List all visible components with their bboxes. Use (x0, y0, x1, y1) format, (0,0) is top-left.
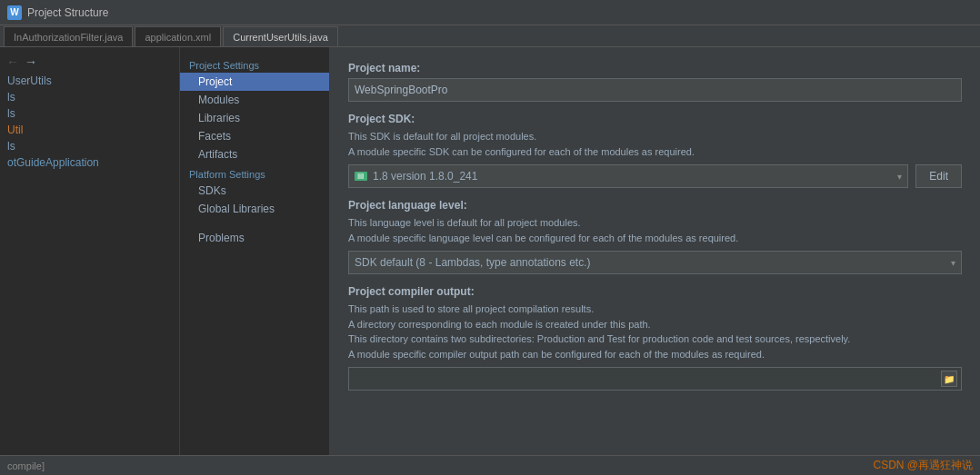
ps-nav-project[interactable]: Project (180, 73, 329, 91)
language-option-text: SDK default (8 - Lambdas, type annotatio… (355, 256, 590, 269)
tab-label: InAuthorizationFilter.java (14, 32, 123, 43)
sdk-icon: ▤ (355, 172, 367, 181)
tab-label: CurrentUserUtils.java (233, 32, 328, 43)
ps-nav-problems[interactable]: Problems (180, 229, 329, 247)
tab-current-user-utils[interactable]: CurrentUserUtils.java (223, 26, 338, 46)
ps-nav: Project Settings Project Modules Librari… (180, 47, 330, 455)
tab-application-xml[interactable]: application.xml (135, 26, 221, 46)
forward-button[interactable]: → (24, 54, 38, 69)
window-title: Project Structure (27, 6, 108, 19)
file-item-guide-app[interactable]: otGuideApplication (0, 154, 179, 171)
app-icon-label: W (10, 7, 18, 17)
ps-nav-facets[interactable]: Facets (180, 127, 329, 145)
language-level-dropdown[interactable]: SDK default (8 - Lambdas, type annotatio… (348, 251, 962, 274)
project-language-desc: This language level is default for all p… (348, 215, 962, 245)
ps-nav-global-libraries[interactable]: Global Libraries (180, 200, 329, 218)
project-compiler-desc: This path is used to store all project c… (348, 302, 962, 361)
file-sidebar: ← → UserUtils ls ls Util ls otGuideAppli… (0, 47, 180, 455)
status-left-text: compile] (7, 460, 45, 471)
ps-nav-modules[interactable]: Modules (180, 91, 329, 109)
sdk-dropdown[interactable]: ▤ 1.8 version 1.8.0_241 ▾ (348, 164, 908, 188)
ps-content: Project name: Project SDK: This SDK is d… (330, 47, 980, 455)
main-layout: ← → UserUtils ls ls Util ls otGuideAppli… (0, 47, 980, 455)
compiler-output-folder-button[interactable]: 📁 (941, 371, 957, 387)
ps-nav-artifacts[interactable]: Artifacts (180, 145, 329, 163)
tab-bar: InAuthorizationFilter.java application.x… (0, 25, 980, 47)
ps-nav-sdks[interactable]: SDKs (180, 182, 329, 200)
csdn-watermark: CSDN @再遇狂神说 (873, 458, 973, 473)
ps-nav-libraries[interactable]: Libraries (180, 109, 329, 127)
project-sdk-desc: This SDK is default for all project modu… (348, 129, 962, 159)
edit-sdk-button[interactable]: Edit (915, 164, 962, 188)
sdk-version-text: 1.8 version 1.8.0_241 (373, 170, 477, 183)
sdk-select-text: ▤ 1.8 version 1.8.0_241 (355, 170, 477, 183)
sdk-row: ▤ 1.8 version 1.8.0_241 ▾ Edit (348, 164, 962, 188)
project-name-label: Project name: (348, 62, 962, 74)
sdk-dropdown-arrow: ▾ (897, 172, 902, 182)
tab-authorization-filter[interactable]: InAuthorizationFilter.java (4, 26, 133, 46)
compiler-output-box: 📁 (348, 367, 962, 391)
back-button[interactable]: ← (5, 54, 20, 69)
project-language-label: Project language level: (348, 199, 962, 212)
project-structure-panel: Project Settings Project Modules Librari… (180, 47, 980, 455)
ps-section-project-settings: Project Settings (180, 58, 329, 73)
file-item-userutils[interactable]: UserUtils (0, 73, 179, 89)
file-item-util[interactable]: Util (0, 122, 179, 138)
tab-label: application.xml (145, 32, 211, 43)
file-item-ls2[interactable]: ls (0, 105, 179, 122)
project-sdk-label: Project SDK: (348, 113, 962, 125)
language-dropdown-arrow: ▾ (951, 258, 955, 268)
file-item-ls3[interactable]: ls (0, 138, 179, 154)
app-icon: W (7, 5, 22, 20)
project-compiler-label: Project compiler output: (348, 285, 962, 298)
file-item-ls1[interactable]: ls (0, 89, 179, 105)
project-name-input[interactable] (348, 78, 962, 102)
status-bar: compile] CSDN @再遇狂神说 (0, 455, 980, 475)
nav-buttons: ← → (0, 51, 179, 73)
ps-section-platform-settings: Platform Settings (180, 167, 329, 182)
top-bar: W Project Structure (0, 0, 980, 25)
